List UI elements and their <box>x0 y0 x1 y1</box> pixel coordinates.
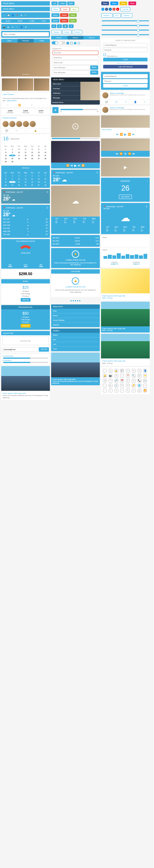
reply-icon[interactable]: ↩ <box>7 104 9 106</box>
settings-icon[interactable]: ⚙ <box>20 13 23 17</box>
next-month-icon[interactable]: › <box>29 167 30 169</box>
slider[interactable] <box>102 30 149 31</box>
prev-month-icon[interactable]: ‹ <box>21 167 22 169</box>
username-input[interactable] <box>103 43 148 47</box>
signup-button[interactable]: SIGN UP <box>21 298 31 302</box>
chat-icon[interactable]: 💬 <box>6 13 10 17</box>
menu-item[interactable]: Download <box>51 86 80 91</box>
checkbox[interactable] <box>67 42 69 44</box>
thumb[interactable] <box>2 79 17 91</box>
add-icon[interactable]: + <box>44 129 46 132</box>
load-more-button[interactable]: LOAD MORE <box>51 269 100 274</box>
username-input[interactable] <box>103 74 148 79</box>
login-button[interactable]: LOGIN <box>103 58 148 61</box>
next-icon[interactable]: › <box>48 60 49 62</box>
mail-item[interactable]: Report <box>51 333 100 337</box>
menu-item[interactable]: Statistics <box>51 323 100 327</box>
remember-checkbox[interactable] <box>104 54 106 56</box>
tab-latest[interactable]: Latest <box>1 39 17 42</box>
password-input[interactable] <box>103 79 148 83</box>
toggle[interactable] <box>59 41 65 44</box>
tab-sorted[interactable]: Sorted <box>34 39 50 42</box>
thumb[interactable] <box>34 79 49 91</box>
share-button[interactable]: Share <box>119 2 127 5</box>
facebook-icon[interactable]: f <box>105 8 108 11</box>
google-icon[interactable]: g <box>112 8 116 11</box>
prev-icon[interactable]: ⏮ <box>71 164 73 167</box>
file-input[interactable] <box>2 347 38 352</box>
more-icon[interactable]: ⋯ <box>42 104 44 106</box>
play-icon[interactable]: ▶ <box>74 164 77 167</box>
menu-item[interactable]: Account Settings <box>51 318 100 323</box>
video-icon[interactable]: ▶ <box>6 25 10 29</box>
slider[interactable] <box>102 25 149 26</box>
user-icon[interactable]: 👤 <box>20 25 23 29</box>
center-button[interactable]: Center <box>58 2 67 5</box>
shuffle-icon[interactable]: 🔀 <box>66 164 69 167</box>
play-icon[interactable]: ▶ <box>124 165 127 169</box>
profile-icon[interactable]: 👤 <box>11 13 14 17</box>
search-icon[interactable]: 🔍 <box>24 13 28 17</box>
gear-icon[interactable]: ⚙ <box>24 25 28 29</box>
drop-zone[interactable]: Drag Files Here <box>2 337 49 345</box>
mail-item[interactable]: Trash <box>51 347 100 351</box>
mail-item[interactable]: Junk <box>51 342 100 347</box>
radio[interactable] <box>74 42 76 44</box>
play-icon[interactable]: ▶ <box>52 107 59 113</box>
text-input[interactable] <box>52 60 99 65</box>
avatar[interactable] <box>23 121 29 127</box>
message-input[interactable] <box>2 32 49 36</box>
forgot-link[interactable]: Forget password or username? <box>103 62 148 64</box>
next-icon[interactable]: ⏭ <box>78 164 80 167</box>
addtag-button[interactable]: Add Tag <box>120 7 130 11</box>
left-button[interactable]: Left <box>51 2 57 5</box>
menu-icon[interactable]: ☰ <box>46 191 48 193</box>
location-icon[interactable]: 📍 <box>15 13 19 17</box>
share-button[interactable]: Share <box>128 2 136 5</box>
prev-icon[interactable]: ‹ <box>2 60 3 62</box>
retweet-icon[interactable]: 🔁 <box>18 104 21 106</box>
page-menu-bar[interactable]: PAGE MENU <box>1 1 50 5</box>
camera-icon[interactable]: 📷 <box>2 25 6 29</box>
play-icon[interactable]: ▶ <box>72 123 79 129</box>
avatar[interactable] <box>102 107 108 113</box>
chat-icon[interactable]: 💬 <box>5 129 8 132</box>
menu-item[interactable]: Inbox <box>51 309 100 313</box>
add-event-button[interactable]: ADD EVENT <box>119 195 132 199</box>
youtube-icon[interactable]: ▶ <box>116 8 119 11</box>
combo-input[interactable] <box>52 70 90 75</box>
thumb[interactable] <box>18 79 33 91</box>
fb-login-button[interactable]: Login with Facebook <box>103 65 148 68</box>
combo-input[interactable] <box>52 65 90 70</box>
avatar[interactable] <box>30 121 36 127</box>
right-button[interactable]: Right <box>67 2 75 5</box>
avatar[interactable] <box>9 121 15 127</box>
share-icon[interactable]: ↗ <box>25 129 27 132</box>
radio[interactable] <box>78 42 80 44</box>
plus-icon[interactable]: + <box>15 25 19 29</box>
password-input[interactable] <box>103 48 148 52</box>
upload-button[interactable]: UPLOAD <box>39 347 49 352</box>
avatar[interactable] <box>2 121 9 127</box>
twitter-icon[interactable]: t <box>101 8 105 11</box>
tab-favoured[interactable]: Favoured <box>17 39 34 42</box>
signup-button[interactable]: SIGN UP <box>21 324 31 328</box>
share-tw-button[interactable]: Share <box>110 2 118 5</box>
menu-icon[interactable]: ☰ <box>46 207 48 209</box>
mail-icon[interactable]: ✉ <box>16 129 17 132</box>
avatar[interactable] <box>16 121 22 127</box>
share-fb-button[interactable]: Share <box>101 2 109 5</box>
menu-item[interactable]: Events <box>51 313 100 318</box>
linkedin-icon[interactable]: in <box>109 8 112 11</box>
menu-item[interactable]: Notification <box>51 91 80 96</box>
slider[interactable] <box>102 34 149 35</box>
menu-item[interactable]: Messages <box>51 96 80 100</box>
carousel-dots[interactable]: • • • • • <box>23 73 29 75</box>
slider[interactable] <box>102 20 149 21</box>
mail-icon[interactable]: ✉ <box>11 25 14 29</box>
toggle[interactable] <box>52 41 58 44</box>
heart-icon[interactable]: ♡ <box>2 13 6 17</box>
repeat-icon[interactable]: 🔁 <box>82 164 85 167</box>
star-icon[interactable]: ★ <box>31 104 33 106</box>
form-button[interactable]: Button <box>90 65 98 70</box>
